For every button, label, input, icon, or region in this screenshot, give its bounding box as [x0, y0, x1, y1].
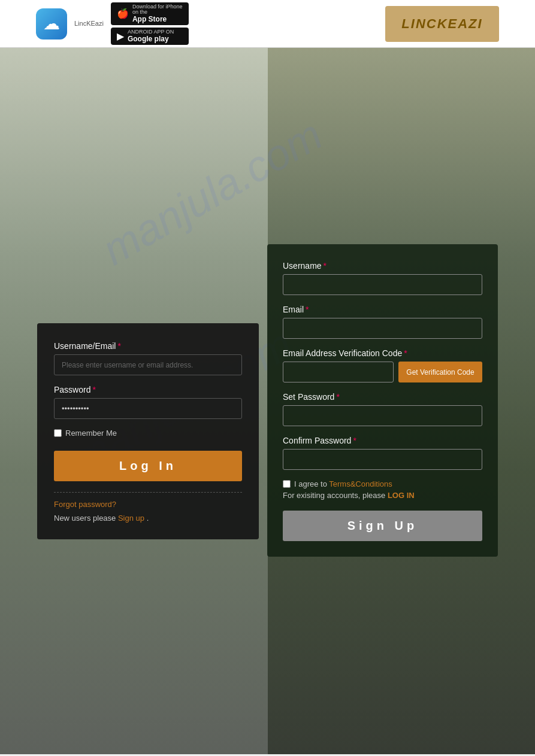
verification-code-input[interactable]	[283, 362, 394, 382]
app-name-label: LincKEazi	[74, 20, 104, 27]
register-panel: Username* Email* Email Address Verificat…	[267, 244, 498, 557]
password-input[interactable]	[54, 398, 242, 419]
set-password-input[interactable]	[283, 405, 482, 426]
main-area: manjula.com manjula.com Username/Email* …	[0, 48, 535, 754]
signup-button[interactable]: Sign Up	[283, 511, 482, 541]
password-label: Password*	[54, 385, 242, 394]
reg-email-input[interactable]	[283, 318, 482, 339]
signup-link[interactable]: Sign up	[118, 514, 144, 523]
top-bar: ☁ LincKEazi 🍎 Download for iPhone on the…	[0, 0, 535, 48]
terms-row: I agree to Terms&Conditions	[283, 479, 482, 488]
remember-me-row: Remember Me	[54, 429, 242, 438]
divider	[54, 492, 242, 493]
confirm-password-input[interactable]	[283, 449, 482, 470]
remember-me-checkbox[interactable]	[54, 429, 62, 437]
username-email-label: Username/Email*	[54, 341, 242, 351]
login-button[interactable]: Log In	[54, 451, 242, 481]
brand-logo: LINCKEAZI	[385, 6, 499, 42]
username-email-input[interactable]	[54, 354, 242, 375]
logo-left: ☁ LincKEazi 🍎 Download for iPhone on the…	[36, 2, 189, 45]
new-user-text: New users please Sign up .	[54, 514, 242, 523]
terms-checkbox[interactable]	[283, 480, 291, 488]
remember-me-label: Remember Me	[65, 429, 117, 438]
reg-email-label: Email*	[283, 305, 482, 314]
login-panel: Username/Email* Password* Remember Me Lo…	[37, 323, 259, 539]
googleplay-badge[interactable]: ▶ ANDROID APP ON Google play	[111, 28, 189, 45]
apple-icon: 🍎	[117, 8, 129, 19]
existing-account-text: For exisiting accounts, please LOG IN	[283, 491, 482, 500]
set-password-label: Set Password*	[283, 392, 482, 402]
forgot-password-link[interactable]: Forgot password?	[54, 500, 242, 509]
confirm-password-label: Confirm Password*	[283, 436, 482, 445]
reg-username-label: Username*	[283, 261, 482, 271]
app-icon: ☁	[36, 8, 67, 40]
appstore-badge[interactable]: 🍎 Download for iPhone on the App Store	[111, 2, 189, 25]
verification-row: Get Verification Code	[283, 362, 482, 382]
terms-link[interactable]: Terms&Conditions	[329, 479, 392, 488]
verification-label: Email Address Verification Code*	[283, 348, 482, 358]
brand-logo-text: LINCKEAZI	[401, 16, 482, 32]
agree-text: I agree to Terms&Conditions	[294, 479, 392, 488]
store-badges: 🍎 Download for iPhone on the App Store ▶…	[111, 2, 189, 45]
get-verification-code-button[interactable]: Get Verification Code	[398, 362, 482, 382]
reg-username-input[interactable]	[283, 274, 482, 295]
login-existing-link[interactable]: LOG IN	[388, 491, 415, 500]
android-icon: ▶	[117, 31, 124, 42]
